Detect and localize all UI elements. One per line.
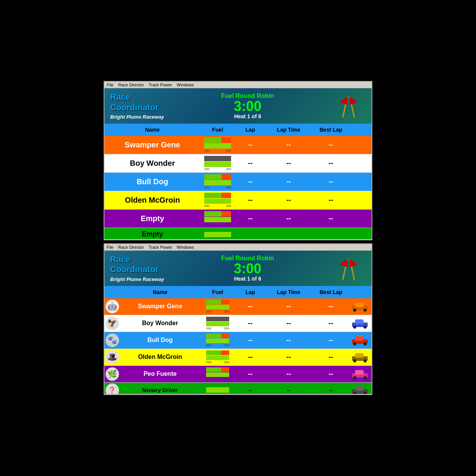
fuel-cell-5: 200200 [200, 210, 235, 228]
fuel-cell-b3: 200200 [200, 332, 235, 349]
fuel-cell-b1: 200200 [200, 298, 235, 315]
driver-icon-b1: 🤖 [104, 299, 120, 314]
best-lap-2: -- [312, 158, 350, 169]
driver-icon-b5: 🌿 [104, 367, 120, 382]
driver-name-b6: Mistery Driver [120, 385, 200, 394]
svg-rect-13 [355, 319, 364, 324]
menu-file[interactable]: File [107, 83, 114, 87]
best-lap-1: -- [312, 139, 350, 150]
bottom-app-header: Race Coordinator Bright Plume Raceway Fu… [104, 251, 372, 286]
top-menubar[interactable]: File Race Director Track Power Windows [104, 82, 372, 88]
top-app-title: Race Coordinator [110, 92, 164, 112]
col-lap-time: Lap Time [266, 125, 312, 134]
table-row: Swamper Gene 200200 -- -- -- [104, 136, 372, 154]
bottom-window: File Race Director Track Power Windows R… [104, 243, 372, 395]
svg-point-14 [353, 326, 356, 329]
menu-windows-b[interactable]: Windows [177, 245, 194, 250]
best-lap-b3: -- [312, 335, 350, 346]
svg-point-11 [364, 309, 367, 312]
driver-name-b5: Peo Fuente [120, 368, 200, 380]
lap-5: -- [235, 213, 266, 224]
table-row: Empty 200200 -- -- -- [104, 210, 372, 228]
menu-race-director-b[interactable]: Race Director [118, 245, 144, 250]
fuel-cell-b2: 200200 [200, 315, 235, 332]
lap-b2: -- [235, 318, 266, 329]
col-name-b: Name [120, 288, 200, 297]
driver-icon-b4: 🎩 [104, 350, 120, 365]
svg-marker-6 [340, 259, 347, 267]
car-icon-b1 [350, 300, 369, 312]
lap-time-3: -- [266, 176, 312, 187]
lap-time-b4: -- [266, 352, 312, 363]
lap-time-4: -- [266, 195, 312, 206]
svg-rect-21 [355, 353, 364, 358]
driver-name-b4: Olden McGroin [120, 351, 200, 363]
best-lap-b5: -- [312, 369, 350, 380]
menu-race-director[interactable]: Race Director [118, 83, 144, 87]
lap-time-b5: -- [266, 369, 312, 380]
table-row: ❓ Mistery Driver -- -- -- [104, 383, 372, 394]
lap-time-6 [266, 233, 312, 236]
menu-file-b[interactable]: File [107, 245, 114, 250]
fuel-cell-1: 200200 [200, 136, 235, 154]
driver-name-1: Swamper Gene [104, 138, 200, 152]
menu-track-power-b[interactable]: Track Power [149, 245, 172, 250]
lap-time-2: -- [266, 158, 312, 169]
fuel-cell-3: 200200 [200, 173, 235, 191]
car-icon-b4 [350, 351, 369, 363]
svg-rect-9 [355, 302, 364, 307]
svg-rect-25 [355, 370, 364, 375]
driver-icon-b3: 🐾 [104, 333, 120, 348]
menu-track-power[interactable]: Track Power [149, 83, 172, 87]
svg-point-18 [353, 342, 356, 345]
table-row: Bull Dog 200200 -- -- -- [104, 173, 372, 191]
fuel-cell-2: 200200 [200, 154, 235, 172]
lap-3: -- [235, 176, 266, 187]
table-row: 🎩 Olden McGroin 200200 -- -- -- [104, 349, 372, 366]
driver-name-6: Empty [104, 228, 200, 240]
svg-point-10 [353, 309, 356, 312]
col-name: Name [104, 125, 200, 134]
table-row: Empty [104, 228, 372, 240]
col-best-lap: Best Lap [312, 125, 350, 134]
driver-name-4: Olden McGroin [104, 193, 200, 207]
table-row: Olden McGroin 200200 -- -- -- [104, 191, 372, 210]
bottom-race-time: 3:00 [221, 262, 274, 276]
menu-windows[interactable]: Windows [177, 83, 194, 87]
driver-name-3: Bull Dog [104, 175, 200, 188]
best-lap-b2: -- [312, 318, 350, 329]
top-app-header: Race Coordinator Bright Plume Raceway Fu… [104, 88, 372, 124]
driver-name-2: Boy Wonder [104, 157, 200, 170]
svg-marker-2 [340, 96, 347, 105]
best-lap-4: -- [312, 195, 350, 206]
car-icon-b5 [350, 368, 369, 380]
screen-container: File Race Director Track Power Windows R… [104, 81, 372, 395]
lap-time-b6: -- [266, 385, 312, 394]
bottom-table-header: Name Fuel Lap Lap Time Best Lap [104, 286, 372, 298]
col-fuel: Fuel [200, 125, 235, 134]
lap-b4: -- [235, 352, 266, 363]
top-window: File Race Director Track Power Windows R… [104, 81, 372, 240]
top-track-name: Bright Plume Raceway [110, 114, 164, 120]
table-row: Boy Wonder 200200 -- -- -- [104, 154, 372, 173]
top-race-info: Fuel Round Robin 3:00 Heat 1 of 6 [221, 93, 274, 119]
col-lap-b: Lap [235, 288, 266, 297]
lap-time-b3: -- [266, 335, 312, 346]
lap-time-1: -- [266, 139, 312, 150]
lap-b5: -- [235, 369, 266, 380]
bottom-menubar[interactable]: File Race Director Track Power Windows [104, 244, 372, 251]
lap-6 [235, 233, 266, 236]
driver-icon-b6: ❓ [104, 383, 120, 394]
best-lap-b4: -- [312, 352, 350, 363]
driver-name-b3: Bull Dog [120, 334, 200, 346]
lap-1: -- [235, 139, 266, 150]
lap-b3: -- [235, 335, 266, 346]
svg-rect-17 [355, 336, 364, 341]
lap-b1: -- [235, 301, 266, 312]
col-fuel-b: Fuel [200, 288, 235, 297]
fuel-cell-6 [200, 230, 235, 239]
top-table: Name Fuel Lap Lap Time Best Lap Swamper … [104, 124, 372, 240]
fuel-cell-b5: 200200 [200, 366, 235, 382]
lap-time-b2: -- [266, 318, 312, 329]
lap-b6: -- [235, 385, 266, 394]
